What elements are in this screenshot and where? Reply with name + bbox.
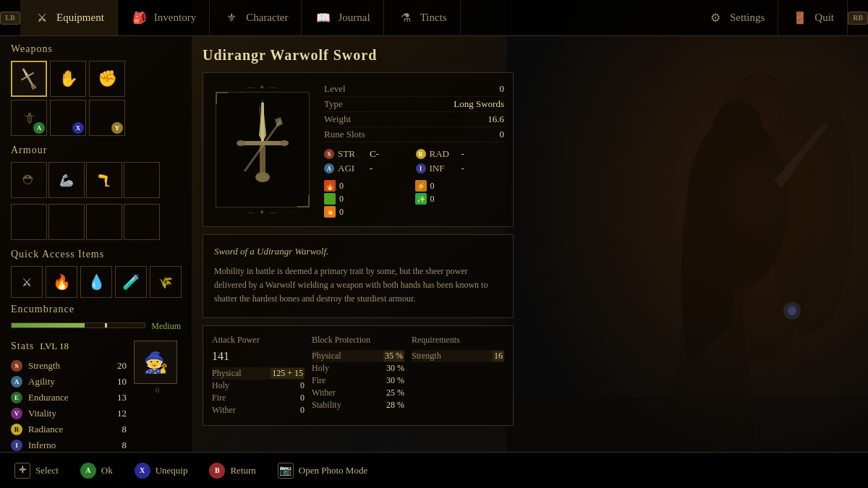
weapon-slot-6[interactable]: Y (89, 100, 125, 136)
damage-row-5: 💥 0 (324, 206, 414, 218)
armour-section-title: Armour (11, 145, 181, 156)
armour-slot-5[interactable] (124, 204, 160, 240)
block-row-value: 30 % (386, 375, 404, 386)
stat-row-vit: V Vitality 12 (11, 406, 127, 421)
rad-stat-name: Radiance (28, 424, 103, 435)
quick-slot-4[interactable]: 🧪 (115, 266, 147, 298)
ornament-bottom: — ✦ — (247, 208, 278, 216)
encumbrance-section: Encumbrance Medium (11, 304, 181, 332)
weapons-section-title: Weapons (11, 43, 181, 55)
requirements-label: Requirements (412, 335, 504, 346)
action-icon: X (135, 463, 150, 479)
encumbrance-level: Medium (151, 321, 181, 332)
badge-y: Y (111, 122, 123, 134)
quick-slot-1[interactable]: ⚔ (11, 266, 43, 298)
block-row-label: Stability (312, 400, 341, 411)
svg-marker-12 (259, 99, 266, 142)
stats-section: Stats LVL 18 S Strength 20 A Agility 10 … (11, 341, 181, 453)
svg-marker-20 (275, 117, 283, 127)
item-detail-panel: — ✦ — (203, 72, 514, 227)
armour-slot-4[interactable] (86, 204, 122, 240)
bottom-action-open-photo-mode[interactable]: 📷 Open Photo Mode (278, 463, 367, 479)
nav-inventory[interactable]: 🎒 Inventory (118, 0, 210, 35)
nav-settings-label: Settings (730, 12, 765, 24)
svg-point-14 (237, 140, 245, 146)
armour-slot-head[interactable]: ⛑ (11, 162, 47, 198)
req-detail-row: Strength 16 (412, 350, 504, 362)
nav-settings[interactable]: ⚙ Settings (694, 0, 778, 35)
sword-image (11, 61, 46, 96)
holy-dmg-val: 0 (430, 194, 435, 205)
req-row-value: 16 (493, 351, 504, 361)
weapon-slot-2[interactable]: ✋ (50, 61, 86, 97)
fist-icon: ✊ (98, 69, 117, 88)
action-label: Return (230, 465, 255, 476)
attack-row-label: Wither (212, 405, 236, 416)
nav-tincts-label: Tincts (420, 12, 447, 24)
stats-header: Stats LVL 18 (11, 341, 127, 352)
stats-level: LVL 18 (40, 341, 69, 352)
armour-slot-hands[interactable] (124, 162, 160, 198)
rune-value: 0 (500, 129, 505, 140)
weapon-slot-4[interactable]: 🗡 A (11, 100, 47, 136)
holy-dmg-icon: ✨ (415, 193, 427, 205)
portrait-counter: 0 (134, 385, 181, 394)
fire-dmg-val: 0 (339, 181, 344, 192)
inf-stat-value: 8 (109, 440, 127, 451)
character-portrait: 🧙 (134, 341, 177, 384)
attack-rows: Physical 125 + 15 Holy 0 Fire 0 Wither 0 (212, 367, 305, 416)
action-icon: ✛ (14, 463, 30, 479)
phys-dmg-val: 0 (339, 207, 344, 218)
bottom-action-select[interactable]: ✛ Select (14, 463, 59, 479)
block-row-label: Physical (312, 351, 341, 361)
nav-quit[interactable]: 🚪 Quit (778, 0, 848, 35)
inf-val: - (461, 163, 464, 174)
nav-journal[interactable]: 📖 Journal (302, 0, 383, 35)
quick-icon-1: ⚔ (22, 275, 32, 289)
armour-slot-2[interactable] (11, 204, 47, 240)
nav-tincts[interactable]: ⚗ Tincts (384, 0, 461, 35)
item-image-border (216, 92, 310, 207)
attack-row-label: Fire (212, 393, 226, 403)
bottom-action-return[interactable]: B Return (209, 463, 255, 479)
block-protection-label: Block Protection (312, 335, 404, 346)
nav-equipment[interactable]: ⚔ Equipment (20, 0, 118, 35)
attack-power-label: Attack Power (212, 335, 305, 346)
armour-slot-3[interactable] (48, 204, 85, 240)
str-dot: S (324, 149, 334, 159)
bottom-action-ok[interactable]: A Ok (80, 463, 113, 479)
str-stat-name: Strength (28, 360, 103, 372)
bottom-bar: ✛ Select A Ok X Unequip B Return 📷 Open … (0, 452, 868, 488)
attack-power-value: 141 (212, 350, 305, 363)
character-bg (506, 0, 868, 488)
quick-slot-5[interactable]: 🌾 (150, 266, 182, 298)
stat-row-agi: A Agility 10 (11, 374, 127, 390)
inf-name: INF (430, 163, 455, 174)
encumbrance-title: Encumbrance (11, 304, 181, 315)
weapon-slot-1[interactable] (11, 61, 47, 97)
damage-icons: 🔥 0 ⚡ 0 🌿 0 ✨ 0 💥 0 (324, 180, 504, 218)
quick-access-title: Quick Access Items (11, 249, 181, 260)
action-label: Unequip (156, 465, 188, 476)
svg-point-4 (712, 101, 763, 159)
nav-character[interactable]: ⚜ Character (210, 0, 302, 35)
type-label: Type (324, 98, 343, 110)
svg-point-6 (788, 307, 796, 315)
action-icon: B (209, 463, 225, 479)
quick-icon-3: 💧 (88, 273, 106, 291)
rad-stat-dot: R (11, 424, 22, 435)
block-detail-row: Fire 30 % (312, 374, 404, 387)
encumbrance-fill (12, 323, 85, 328)
req-row-label: Strength (412, 351, 441, 361)
svg-point-17 (255, 172, 270, 182)
armour-slot-legs[interactable]: 🦵 (86, 162, 122, 198)
bottom-action-unequip[interactable]: X Unequip (135, 463, 188, 479)
weapon-slot-5[interactable]: X (50, 100, 86, 136)
quick-slot-3[interactable]: 💧 (80, 266, 112, 298)
armour-slot-chest[interactable]: 🦾 (48, 162, 85, 198)
damage-row-2: 🌿 0 (324, 193, 414, 205)
weapon-slot-3[interactable]: ✊ (89, 61, 125, 97)
quick-slot-2[interactable]: 🔥 (46, 266, 77, 298)
block-row-value: 35 % (383, 351, 404, 361)
stat-row-end: E Endurance 13 (11, 390, 127, 406)
